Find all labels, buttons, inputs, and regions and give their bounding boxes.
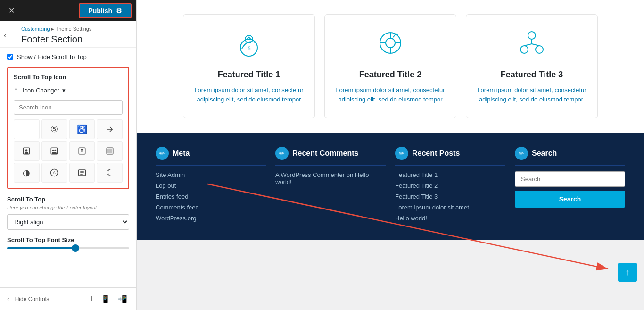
chevron-left-icon: ‹ xyxy=(7,295,9,303)
svg-point-4 xyxy=(55,150,57,151)
footer-link-wordpress[interactable]: WordPress.org xyxy=(156,215,266,222)
icon-cell-4[interactable] xyxy=(14,141,40,161)
desktop-icon[interactable]: 🖥 xyxy=(84,293,95,305)
icon-cell-1[interactable]: ⑤ xyxy=(41,119,67,139)
svg-text:$: $ xyxy=(248,45,251,51)
icon-cell-9[interactable]: A xyxy=(41,163,67,183)
icon-changer-button[interactable]: Icon Changer ▾ xyxy=(23,87,66,94)
featured-card-title-2: Featured Title 2 xyxy=(334,70,446,80)
featured-icon-2 xyxy=(334,29,446,62)
left-panel: ✕ Publish ⚙ Customizing ▸ Theme Settings… xyxy=(0,0,137,310)
featured-card-title-1: Featured Title 1 xyxy=(193,70,305,80)
section-title: Footer Section xyxy=(21,34,129,45)
footer-meta-icon: ✏ xyxy=(156,147,169,160)
search-icon-input[interactable] xyxy=(14,100,123,115)
scroll-top-icon-section: Scroll To Top Icon ↑ Icon Changer ▾ ⑤ ♿ xyxy=(7,67,129,189)
slider-fill xyxy=(7,247,74,249)
footer-link-post-3[interactable]: Featured Title 3 xyxy=(395,193,505,200)
scroll-to-top-button[interactable]: ↑ xyxy=(618,263,637,282)
featured-icon-1: $ xyxy=(193,29,305,62)
icon-cell-3[interactable] xyxy=(97,119,123,139)
icon-cell-6[interactable] xyxy=(69,141,95,161)
footer-search-icon: ✏ xyxy=(515,147,528,160)
chevron-down-icon: ▾ xyxy=(62,87,66,94)
gear-icon: ⚙ xyxy=(116,7,122,15)
footer-col-posts-header: ✏ Recent Posts xyxy=(395,147,505,166)
icon-changer-label: Icon Changer xyxy=(23,87,59,94)
show-hide-label[interactable]: Show / Hide Scroll To Top xyxy=(17,53,87,60)
back-button[interactable]: ‹ xyxy=(0,27,10,43)
icon-changer-row: ↑ Icon Changer ▾ xyxy=(14,85,123,95)
show-hide-checkbox[interactable] xyxy=(7,54,13,60)
footer-posts-title: Recent Posts xyxy=(412,149,460,158)
footer-link-post-1[interactable]: Featured Title 1 xyxy=(395,171,505,178)
footer-link-post-2[interactable]: Featured Title 2 xyxy=(395,182,505,189)
icon-cell-7[interactable] xyxy=(97,141,123,161)
footer-link-entries-feed[interactable]: Entries feed xyxy=(156,193,266,200)
breadcrumb-separator: ▸ xyxy=(51,26,54,32)
footer-layout-hint: Here you can change the Footer layout. xyxy=(7,205,129,210)
icon-cell-11[interactable]: ☾ xyxy=(97,163,123,183)
footer-col-search: ✏ Search Search xyxy=(515,147,625,226)
icon-grid: ⑤ ♿ xyxy=(14,119,123,183)
footer-col-comments-header: ✏ Recent Comments xyxy=(275,147,386,166)
hide-controls-button[interactable]: Hide Controls xyxy=(15,296,50,302)
breadcrumb-parent[interactable]: Customizing xyxy=(21,26,50,32)
icon-cell-2[interactable]: ♿ xyxy=(69,119,95,139)
featured-card-text-1: Lorem ipsum dolor sit amet, consectetur … xyxy=(193,85,305,104)
panel-content: Show / Hide Scroll To Top Scroll To Top … xyxy=(0,48,136,287)
slider-thumb[interactable] xyxy=(72,244,79,252)
alignment-select[interactable]: Right align Left align Center xyxy=(7,214,129,230)
main-wrapper: $ Featured Title 1 Lorem ipsum dolor sit… xyxy=(137,0,644,310)
featured-icon-3 xyxy=(476,29,588,62)
footer-comments-title: Recent Comments xyxy=(292,149,358,158)
footer-search-input[interactable] xyxy=(515,171,625,187)
footer-search-button[interactable]: Search xyxy=(515,191,625,208)
footer-col-meta: ✏ Meta Site Admin Log out Entries feed C… xyxy=(156,147,266,226)
footer-link-site-admin[interactable]: Site Admin xyxy=(156,171,266,178)
icon-cell-8[interactable]: ◑ xyxy=(14,163,40,183)
footer-link-post-5[interactable]: Hello world! xyxy=(395,215,505,222)
scroll-top-icon-title: Scroll To Top Icon xyxy=(14,74,123,81)
footer-col-comments: ✏ Recent Comments A WordPress Commenter … xyxy=(275,147,386,226)
up-arrow-icon: ↑ xyxy=(14,85,18,95)
hide-controls-label: Hide Controls xyxy=(15,296,50,302)
footer-comments-icon: ✏ xyxy=(275,147,289,160)
featured-card-text-3: Lorem ipsum dolor sit amet, consectetur … xyxy=(476,85,588,104)
svg-point-16 xyxy=(528,32,536,39)
featured-card-title-3: Featured Title 3 xyxy=(476,70,588,80)
icon-cell-5[interactable] xyxy=(41,141,67,161)
breadcrumb-area: Customizing ▸ Theme Settings Footer Sect… xyxy=(0,21,136,48)
top-bar: ✕ Publish ⚙ xyxy=(0,0,136,21)
font-size-label: Scroll To Top Font Size xyxy=(7,236,129,243)
svg-point-18 xyxy=(536,46,543,53)
featured-card-3: Featured Title 3 Lorem ipsum dolor sit a… xyxy=(466,14,598,118)
footer-search-title: Search xyxy=(532,149,557,158)
footer-section: ✏ Meta Site Admin Log out Entries feed C… xyxy=(137,133,644,240)
footer-col-posts: ✏ Recent Posts Featured Title 1 Featured… xyxy=(395,147,505,226)
icon-cell-10[interactable] xyxy=(69,163,95,183)
svg-text:A: A xyxy=(53,170,56,175)
footer-col-search-header: ✏ Search xyxy=(515,147,625,166)
mobile-icon[interactable]: 📲 xyxy=(116,293,129,305)
footer-link-post-4[interactable]: Lorem ipsum dolor sit amet xyxy=(395,204,505,211)
breadcrumb-current: Theme Settings xyxy=(55,26,91,32)
svg-point-17 xyxy=(520,46,528,53)
svg-point-15 xyxy=(386,38,395,48)
tablet-icon[interactable]: 📱 xyxy=(99,293,112,305)
featured-card-text-2: Lorem ipsum dolor sit amet, consectetur … xyxy=(334,85,446,104)
featured-section: $ Featured Title 1 Lorem ipsum dolor sit… xyxy=(137,0,644,133)
close-button[interactable]: ✕ xyxy=(5,4,18,17)
footer-link-commenter[interactable]: A WordPress Commenter on Hello world! xyxy=(275,171,386,185)
device-icons: 🖥 📱 📲 xyxy=(84,293,129,305)
publish-button[interactable]: Publish ⚙ xyxy=(79,3,132,18)
featured-card-1: $ Featured Title 1 Lorem ipsum dolor sit… xyxy=(183,14,315,118)
footer-link-log-out[interactable]: Log out xyxy=(156,182,266,189)
svg-point-1 xyxy=(25,149,28,151)
breadcrumb: Customizing ▸ Theme Settings xyxy=(21,26,129,32)
main-content: $ Featured Title 1 Lorem ipsum dolor sit… xyxy=(137,0,644,240)
footer-link-comments-feed[interactable]: Comments feed xyxy=(156,204,266,211)
featured-card-2: Featured Title 2 Lorem ipsum dolor sit a… xyxy=(324,14,456,118)
footer-col-meta-header: ✏ Meta xyxy=(156,147,266,166)
icon-cell-empty[interactable] xyxy=(14,119,40,139)
